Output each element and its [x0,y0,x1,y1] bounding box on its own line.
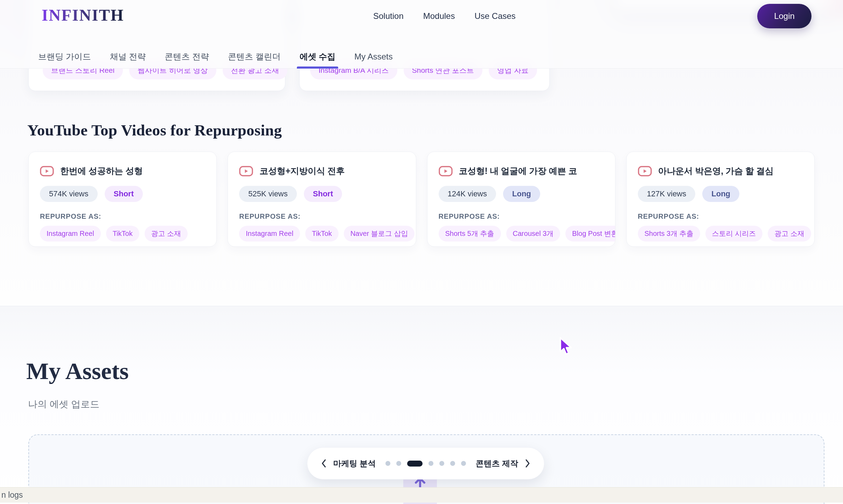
repurpose-label: REPURPOSE AS: [638,212,803,220]
status-bar[interactable]: n logs [0,487,843,503]
brand-logo[interactable]: INFINITH [42,6,124,24]
views-badge: 574K views [40,186,98,202]
repurpose-tag: Shorts 3개 추출 [638,226,700,241]
repurpose-tag: Shorts 5개 추출 [439,226,501,241]
tab-브랜딩-가이드[interactable]: 브랜딩 가이드 [38,45,91,69]
carousel-dot[interactable] [439,461,444,466]
video-badges: 127K viewsLong [638,186,803,202]
video-title: 한번에 성공하는 성형 [60,165,143,177]
video-badges: 525K viewsShort [239,186,404,202]
main-nav: SolutionModulesUse Cases [373,8,516,24]
video-badges: 574K viewsShort [40,186,205,202]
type-badge: Short [304,186,342,202]
repurpose-label: REPURPOSE AS: [239,212,404,220]
repurpose-tag: 광고 소재 [768,226,811,241]
repurpose-tag: Carousel 3개 [506,226,560,241]
repurpose-tag: Instagram Reel [40,226,101,241]
carousel-dot[interactable] [429,461,433,466]
repurpose-tag: Naver 블로그 삽입 [344,226,414,241]
views-badge: 127K views [638,186,696,202]
my-assets-title: My Assets [26,357,129,385]
type-badge: Long [503,186,540,202]
videos-section-title: YouTube Top Videos for Repurposing [27,121,282,139]
site-header: INFINITH SolutionModulesUse Cases Login … [0,0,843,69]
video-card[interactable]: 아나운서 박은영, 가슴 할 결심127K viewsLongREPURPOSE… [626,152,815,247]
repurpose-tag: TikTok [106,226,139,241]
tab-My-Assets[interactable]: My Assets [354,45,392,69]
my-assets-section: My Assets 나의 에셋 업로드 마케팅 분석 콘텐츠 제작 [0,306,843,504]
repurpose-tag: TikTok [305,226,339,241]
repurpose-tags: Shorts 5개 추출Carousel 3개Blog Post 변환 [439,226,604,241]
carousel-prev-icon[interactable] [321,458,327,468]
video-card[interactable]: 코성형! 내 얼굴에 가장 예쁜 코124K viewsLongREPURPOS… [427,152,615,247]
carousel-prev-label[interactable]: 마케팅 분석 [333,458,376,469]
video-title: 아나운서 박은영, 가슴 할 결심 [658,165,774,177]
carousel-dots [385,461,466,467]
repurpose-tag: 스토리 시리즈 [705,226,763,241]
carousel-next-label[interactable]: 콘텐츠 제작 [476,458,518,469]
video-title: 코성형+지방이식 전후 [259,165,344,177]
carousel-dot[interactable] [450,461,455,466]
repurpose-tags: Instagram ReelTikTok광고 소재 [40,226,205,241]
video-badges: 124K viewsLong [439,186,604,202]
views-badge: 124K views [439,186,496,202]
carousel-next-icon[interactable] [524,458,531,468]
repurpose-label: REPURPOSE AS: [439,212,604,220]
tab-bar: 브랜딩 가이드채널 전략콘텐츠 전략콘텐츠 캘린더에셋 수집My Assets [38,45,393,69]
login-button[interactable]: Login [757,4,811,28]
carousel-dot[interactable] [396,461,401,466]
views-badge: 525K views [239,186,297,202]
repurpose-tag: Blog Post 변환 [565,226,615,241]
carousel-dot[interactable] [461,461,466,466]
video-card-header: 코성형+지방이식 전후 [239,165,404,177]
video-card[interactable]: 한번에 성공하는 성형574K viewsShortREPURPOSE AS:I… [28,152,217,247]
tab-콘텐츠-캘린더[interactable]: 콘텐츠 캘린더 [228,45,281,69]
youtube-icon [40,166,54,176]
tab-에셋-수집[interactable]: 에셋 수집 [300,45,336,69]
section-carousel: 마케팅 분석 콘텐츠 제작 [307,447,544,479]
tab-콘텐츠-전략[interactable]: 콘텐츠 전략 [165,45,209,69]
video-card-header: 아나운서 박은영, 가슴 할 결심 [638,165,803,177]
repurpose-label: REPURPOSE AS: [40,212,205,220]
status-bar-text[interactable]: n logs [1,490,23,500]
nav-link-solution[interactable]: Solution [373,11,404,21]
carousel-dot-active[interactable] [407,461,423,467]
page: 브랜드 스토리 Reel웹사이트 히어로 영상전환 광고 소재 Instagra… [0,0,843,504]
carousel-dot[interactable] [385,461,390,466]
my-assets-subtitle: 나의 에셋 업로드 [28,398,99,411]
repurpose-tags: Instagram ReelTikTokNaver 블로그 삽입 [239,226,404,241]
video-card-header: 코성형! 내 얼굴에 가장 예쁜 코 [439,165,604,177]
tab-채널-전략[interactable]: 채널 전략 [110,45,146,69]
repurpose-tag: Instagram Reel [239,226,300,241]
type-badge: Long [702,186,739,202]
nav-link-modules[interactable]: Modules [423,11,455,21]
youtube-icon [439,166,453,176]
repurpose-tags: Shorts 3개 추출스토리 시리즈광고 소재 [638,226,803,241]
video-card-grid: 한번에 성공하는 성형574K viewsShortREPURPOSE AS:I… [28,152,815,247]
type-badge: Short [105,186,143,202]
youtube-icon [239,166,253,176]
repurpose-tag: 광고 소재 [145,226,188,241]
video-card-header: 한번에 성공하는 성형 [40,165,205,177]
youtube-icon [638,166,652,176]
video-card[interactable]: 코성형+지방이식 전후525K viewsShortREPURPOSE AS:I… [228,152,416,247]
nav-link-use-cases[interactable]: Use Cases [474,11,515,21]
video-title: 코성형! 내 얼굴에 가장 예쁜 코 [459,165,577,177]
